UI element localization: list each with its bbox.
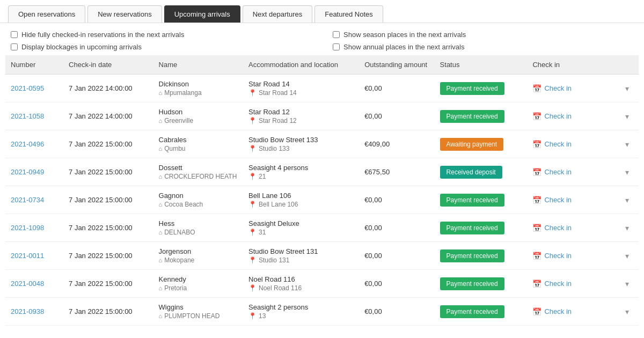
accommodation-sub: 📍 Studio 133	[248, 145, 354, 152]
row-dropdown-arrow[interactable]: ▾	[623, 84, 632, 93]
outstanding-amount: €409,00	[359, 130, 434, 158]
filter-label-show-annual: Show annual places in the next arrivals	[343, 43, 464, 51]
pin-icon: 📍	[248, 145, 257, 152]
row-dropdown-arrow[interactable]: ▾	[623, 112, 632, 121]
col-header-arrow	[617, 55, 639, 75]
checkin-date: 7 Jan 2022 15:00:00	[63, 242, 153, 270]
filter-checkbox-display-blockages[interactable]	[11, 43, 18, 50]
reservation-link[interactable]: 2021-0734	[11, 196, 44, 204]
guest-name: Wiggins	[159, 303, 238, 311]
guest-name: Kennedy	[159, 275, 238, 283]
pin-icon: 📍	[248, 201, 257, 208]
reservation-link[interactable]: 2021-0938	[11, 307, 44, 315]
accommodation-sub: 📍 31	[248, 229, 354, 236]
col-header-status: Status	[435, 55, 528, 75]
checkin-button[interactable]: 📅Check in	[532, 84, 611, 93]
table-container: NumberCheck-in dateNameAccommodation and…	[0, 55, 644, 326]
table-row: 2021-05957 Jan 2022 14:00:00Dickinson⌂ M…	[5, 75, 639, 102]
checkin-button[interactable]: 📅Check in	[532, 280, 611, 288]
guest-location: ⌂ Mokopane	[159, 256, 238, 264]
checkin-date: 7 Jan 2022 15:00:00	[63, 158, 153, 186]
checkin-label: Check in	[544, 224, 572, 232]
calendar-icon: 📅	[532, 224, 541, 232]
status-badge: Received deposit	[440, 166, 502, 179]
outstanding-amount: €0,00	[359, 270, 434, 298]
filter-checkbox-show-annual[interactable]	[333, 43, 340, 50]
row-dropdown-arrow[interactable]: ▾	[623, 140, 632, 149]
accommodation-name: Seasight 4 persons	[248, 164, 354, 172]
reservation-link[interactable]: 2021-0496	[11, 140, 44, 148]
filter-checkbox-hide-checked-in[interactable]	[11, 31, 18, 38]
tab-featured-notes[interactable]: Featured Notes	[314, 5, 383, 23]
checkin-date: 7 Jan 2022 15:00:00	[63, 130, 153, 158]
reservations-table: NumberCheck-in dateNameAccommodation and…	[5, 55, 639, 326]
table-header: NumberCheck-in dateNameAccommodation and…	[5, 55, 639, 75]
checkin-date: 7 Jan 2022 15:00:00	[63, 298, 153, 326]
pin-icon: 📍	[248, 117, 257, 124]
table-row: 2021-09497 Jan 2022 15:00:00Dossett⌂ CRO…	[5, 158, 639, 186]
checkin-button[interactable]: 📅Check in	[532, 196, 611, 204]
status-badge: Payment received	[440, 277, 504, 290]
outstanding-amount: €0,00	[359, 75, 434, 102]
reservation-link[interactable]: 2021-1058	[11, 112, 44, 120]
calendar-icon: 📅	[532, 168, 541, 177]
accommodation-sub: 📍 Noel Road 116	[248, 284, 354, 292]
row-dropdown-arrow[interactable]: ▾	[623, 196, 632, 204]
reservation-link[interactable]: 2021-1098	[11, 224, 44, 232]
home-icon: ⌂	[159, 201, 163, 208]
reservation-link[interactable]: 2021-0949	[11, 168, 44, 176]
checkin-label: Check in	[544, 252, 572, 260]
table-row: 2021-00117 Jan 2022 15:00:00Jorgenson⌂ M…	[5, 242, 639, 270]
filter-show-season: Show season places in the next arrivals	[333, 31, 633, 39]
guest-location: ⌂ Greenville	[159, 117, 238, 124]
outstanding-amount: €675,50	[359, 158, 434, 186]
guest-location: ⌂ PLUMPTON HEAD	[159, 312, 238, 320]
accommodation-name: Noel Road 116	[248, 275, 354, 283]
accommodation-name: Seasight Deluxe	[248, 219, 354, 227]
col-header-checkin: Check in	[527, 55, 617, 75]
reservation-link[interactable]: 2021-0595	[11, 84, 44, 92]
guest-location: ⌂ Cocoa Beach	[159, 201, 238, 208]
filter-label-display-blockages: Display blockages in upcoming arrivals	[21, 43, 142, 51]
checkin-date: 7 Jan 2022 15:00:00	[63, 186, 153, 214]
home-icon: ⌂	[159, 145, 163, 152]
tab-new-reservations[interactable]: New reservations	[87, 5, 162, 23]
checkin-button[interactable]: 📅Check in	[532, 140, 611, 149]
tab-upcoming-arrivals[interactable]: Upcoming arrivals	[164, 5, 240, 23]
tab-bar: Open reservationsNew reservationsUpcomin…	[0, 0, 644, 23]
checkin-label: Check in	[544, 168, 572, 176]
tab-next-departures[interactable]: Next departures	[243, 5, 313, 23]
reservation-link[interactable]: 2021-0011	[11, 252, 44, 260]
pin-icon: 📍	[248, 173, 257, 180]
accommodation-sub: 📍 Studio 131	[248, 256, 354, 264]
pin-icon: 📍	[248, 89, 257, 97]
guest-location: ⌂ Mpumalanga	[159, 89, 238, 97]
filter-display-blockages: Display blockages in upcoming arrivals	[11, 43, 311, 51]
guest-location: ⌂ CROCKLEFORD HEATH	[159, 173, 238, 180]
calendar-icon: 📅	[532, 84, 541, 93]
home-icon: ⌂	[159, 313, 163, 319]
checkin-label: Check in	[544, 280, 572, 288]
row-dropdown-arrow[interactable]: ▾	[623, 224, 632, 232]
checkin-button[interactable]: 📅Check in	[532, 112, 611, 121]
tab-open-reservations[interactable]: Open reservations	[8, 5, 85, 23]
row-dropdown-arrow[interactable]: ▾	[623, 307, 632, 316]
status-badge: Payment received	[440, 110, 504, 123]
row-dropdown-arrow[interactable]: ▾	[623, 280, 632, 288]
calendar-icon: 📅	[532, 112, 541, 121]
checkin-button[interactable]: 📅Check in	[532, 252, 611, 260]
row-dropdown-arrow[interactable]: ▾	[623, 168, 632, 177]
checkin-button[interactable]: 📅Check in	[532, 307, 611, 316]
reservation-link[interactable]: 2021-0048	[11, 280, 44, 288]
status-badge: Payment received	[440, 194, 504, 207]
calendar-icon: 📅	[532, 307, 541, 316]
col-header-number: Number	[5, 55, 63, 75]
filter-checkbox-show-season[interactable]	[333, 31, 340, 38]
checkin-button[interactable]: 📅Check in	[532, 224, 611, 232]
checkin-button[interactable]: 📅Check in	[532, 168, 611, 177]
status-badge: Awaiting payment	[440, 138, 504, 151]
calendar-icon: 📅	[532, 252, 541, 260]
row-dropdown-arrow[interactable]: ▾	[623, 252, 632, 260]
accommodation-name: Star Road 12	[248, 108, 354, 116]
table-row: 2021-09387 Jan 2022 15:00:00Wiggins⌂ PLU…	[5, 298, 639, 326]
